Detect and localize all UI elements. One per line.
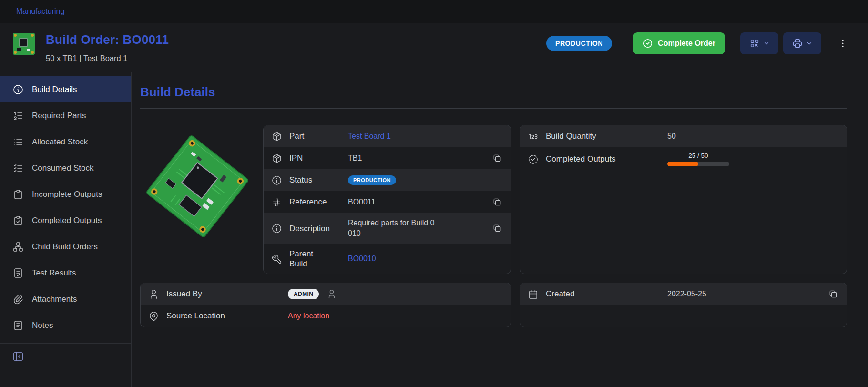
part-thumbnail-image[interactable]	[12, 32, 35, 55]
page-subtitle: 50 x TB1 | Test Board 1	[46, 54, 169, 63]
parent-build-link[interactable]: BO0010	[348, 255, 376, 263]
field-label-status: Status	[289, 175, 341, 185]
sidebar-item-completed-outputs[interactable]: Completed Outputs	[0, 207, 131, 234]
sidebar-item-label: Allocated Stock	[32, 137, 88, 147]
circle-check-icon	[643, 38, 653, 49]
paperclip-icon	[12, 294, 24, 305]
chevron-down-icon	[806, 40, 813, 47]
package-icon	[271, 131, 282, 142]
notes-icon	[12, 320, 24, 331]
field-label-issued-by: Issued By	[166, 289, 281, 299]
collapse-sidebar-button[interactable]	[0, 344, 36, 369]
sidebar-item-label: Incomplete Outputs	[32, 190, 102, 199]
sidebar-item-required-parts[interactable]: Required Parts	[0, 102, 131, 129]
sidebar-item-allocated-stock[interactable]: Allocated Stock	[0, 129, 131, 155]
ipn-value: TB1	[348, 154, 485, 163]
sidebar-item-build-details[interactable]: Build Details	[0, 76, 131, 102]
build-quantity-card: Build Quantity 50 Completed Outputs 25 /…	[520, 125, 847, 274]
sidebar-item-label: Attachments	[32, 295, 77, 304]
field-label-build-quantity: Build Quantity	[546, 132, 660, 141]
package-icon	[271, 153, 282, 164]
sidebar-item-label: Build Details	[32, 85, 77, 94]
sidebar-item-test-results[interactable]: Test Results	[0, 260, 131, 286]
sidebar-item-attachments[interactable]: Attachments	[0, 286, 131, 312]
section-title: Build Details	[140, 85, 847, 100]
page-title: Build Order: BO0011	[46, 32, 169, 47]
part-image[interactable]	[140, 125, 255, 274]
main-content: Build Details	[132, 72, 868, 387]
copy-button[interactable]	[492, 153, 503, 163]
print-actions-button[interactable]	[783, 32, 821, 54]
list-check-icon	[12, 163, 24, 174]
complete-order-label: Complete Order	[658, 39, 715, 48]
part-link[interactable]: Test Board 1	[348, 132, 391, 141]
detail-row-ipn: IPN TB1	[264, 147, 511, 169]
hash-icon	[271, 197, 282, 208]
field-label-source-location: Source Location	[166, 311, 281, 321]
field-label-description: Description	[289, 224, 341, 234]
progress-bar-fill	[667, 162, 698, 166]
breadcrumb-manufacturing[interactable]: Manufacturing	[16, 7, 64, 16]
field-label-completed-outputs: Completed Outputs	[546, 154, 660, 164]
sidebar-collapse-icon	[12, 351, 24, 362]
sitemap-icon	[12, 241, 24, 253]
progress-bar	[667, 162, 729, 166]
build-quantity-value: 50	[667, 132, 839, 141]
user-icon	[148, 289, 159, 300]
page-header: Build Order: BO0011 50 x TB1 | Test Boar…	[0, 23, 868, 72]
copy-icon	[492, 153, 503, 163]
barcode-actions-button[interactable]	[740, 32, 778, 54]
copy-button[interactable]	[492, 197, 503, 207]
info-circle-icon	[271, 223, 282, 234]
sidebar-item-label: Notes	[32, 321, 53, 330]
detail-row-part: Part Test Board 1	[264, 125, 511, 147]
sidebar-item-child-build-orders[interactable]: Child Build Orders	[0, 234, 131, 260]
field-label-part: Part	[289, 131, 341, 141]
copy-button[interactable]	[492, 224, 503, 233]
detail-row-issued-by: Issued By ADMIN	[141, 283, 511, 305]
map-pin-icon	[148, 311, 159, 322]
detail-row-completed-outputs: Completed Outputs 25 / 50	[520, 147, 847, 171]
user-avatar-icon	[327, 289, 337, 299]
detail-row-status: Status PRODUCTION	[264, 169, 511, 191]
field-label-parent-build: Parent Build	[289, 249, 341, 269]
sidebar-item-label: Required Parts	[32, 111, 86, 121]
sidebar-item-label: Consumed Stock	[32, 163, 93, 173]
list-numbers-icon	[12, 110, 24, 122]
source-location-value: Any location	[288, 312, 503, 320]
completed-outputs-progress: 25 / 50	[667, 152, 729, 166]
progress-check-icon	[528, 154, 539, 165]
field-label-reference: Reference	[289, 197, 341, 207]
more-actions-button[interactable]	[834, 35, 852, 51]
section-divider	[140, 108, 847, 109]
sidebar-item-label: Child Build Orders	[32, 242, 98, 252]
sidebar: Build Details Required Parts Allocated S…	[0, 72, 132, 387]
detail-row-source-location: Source Location Any location	[141, 305, 511, 327]
sidebar-item-incomplete-outputs[interactable]: Incomplete Outputs	[0, 181, 131, 207]
progress-label: 25 / 50	[688, 152, 708, 159]
tool-icon	[271, 254, 282, 265]
sidebar-item-label: Test Results	[32, 268, 76, 278]
reference-value: BO0011	[348, 198, 485, 206]
chevron-down-icon	[763, 40, 770, 47]
complete-order-button[interactable]: Complete Order	[633, 32, 725, 54]
status-badge: PRODUCTION	[546, 36, 612, 51]
sidebar-item-notes[interactable]: Notes	[0, 312, 131, 338]
build-details-card: Part Test Board 1 IPN TB1	[263, 125, 511, 274]
field-label-created: Created	[546, 289, 660, 299]
description-value: Required parts for Build 0010	[348, 218, 436, 239]
detail-row-build-quantity: Build Quantity 50	[520, 125, 847, 147]
breadcrumb: Manufacturing	[0, 0, 868, 23]
copy-icon	[492, 197, 503, 207]
sidebar-item-consumed-stock[interactable]: Consumed Stock	[0, 155, 131, 181]
field-label-ipn: IPN	[289, 153, 341, 163]
clipboard-icon	[12, 189, 24, 200]
status-badge: PRODUCTION	[348, 175, 396, 185]
info-circle-icon	[12, 84, 24, 95]
test-results-icon	[12, 267, 24, 279]
calendar-icon	[528, 289, 539, 300]
detail-row-parent-build: Parent Build BO0010	[264, 244, 511, 274]
detail-row-reference: Reference BO0011	[264, 191, 511, 213]
copy-icon	[828, 289, 839, 299]
copy-button[interactable]	[828, 289, 839, 299]
